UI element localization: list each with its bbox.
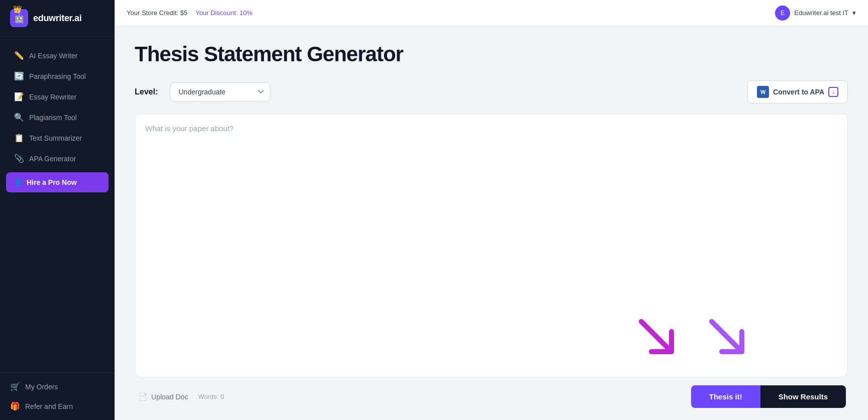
thesis-button[interactable]: Thesis it! (691, 385, 760, 408)
sidebar-item-essay-rewriter[interactable]: 📝 Essay Rewriter (4, 87, 111, 107)
apa-generator-icon: 📎 (14, 154, 23, 163)
paraphrasing-tool-icon: 🔄 (14, 71, 23, 81)
word-count-label: Words: 0 (198, 393, 224, 400)
level-label: Level: (135, 87, 158, 96)
upload-btn-label: Upload Doc (151, 393, 188, 401)
sidebar-item-ai-essay-writer[interactable]: ✏️ AI Essay Writer (4, 46, 111, 65)
topbar-credits: Your Store Credit: $5 Your Discount: 10% (127, 9, 253, 17)
user-menu[interactable]: E Eduwriter.ai test IT ▾ (775, 6, 856, 21)
sidebar-logo[interactable]: 🤖 eduwriter.ai (0, 0, 115, 37)
sidebar-item-label: My Orders (25, 383, 58, 391)
user-chevron-icon: ▾ (852, 9, 856, 17)
convert-to-apa-button[interactable]: W Convert to APA ↓ (747, 80, 848, 103)
bottom-bar: 📄 Upload Doc Words: 0 Thesis it! Show Re… (135, 385, 848, 408)
hire-pro-button[interactable]: 👤 Hire a Pro Now (6, 172, 109, 192)
logo-text: eduwriter.ai (33, 13, 81, 24)
store-credit-label: Your Store Credit: $5 (127, 9, 187, 17)
sidebar-item-label: Essay Rewriter (29, 93, 76, 101)
show-results-button[interactable]: Show Results (760, 385, 846, 408)
bottom-right-buttons: Thesis it! Show Results (691, 385, 846, 408)
upload-icon: 📄 (139, 393, 147, 401)
main-content: Your Store Credit: $5 Your Discount: 10%… (115, 0, 868, 420)
hire-pro-icon: 👤 (14, 178, 23, 186)
page-title: Thesis Statement Generator (135, 42, 848, 66)
user-avatar: E (775, 6, 790, 21)
essay-rewriter-icon: 📝 (14, 92, 23, 101)
logo-icon: 🤖 (10, 9, 28, 27)
sidebar: 🤖 eduwriter.ai ✏️ AI Essay Writer 🔄 Para… (0, 0, 115, 420)
level-select[interactable]: High School Undergraduate Masters PhD (170, 82, 270, 101)
textarea-container (135, 114, 848, 377)
level-row: Level: High School Undergraduate Masters… (135, 80, 848, 103)
sidebar-item-label: AI Essay Writer (29, 52, 77, 60)
text-summarizer-icon: 📋 (14, 133, 23, 143)
sidebar-item-plagiarism-tool[interactable]: 🔍 Plagiarism Tool (4, 108, 111, 127)
sidebar-item-label: Plagiarism Tool (29, 114, 77, 122)
content-area: Thesis Statement Generator Level: High S… (115, 26, 868, 420)
main-textarea[interactable] (145, 124, 837, 367)
sidebar-item-my-orders[interactable]: 🛒 My Orders (0, 377, 115, 396)
username-label: Eduwriter.ai test IT (794, 9, 848, 17)
sidebar-item-text-summarizer[interactable]: 📋 Text Summarizer (4, 128, 111, 148)
sidebar-item-label: APA Generator (29, 155, 76, 163)
download-icon: ↓ (828, 87, 838, 97)
bottom-left: 📄 Upload Doc Words: 0 (137, 389, 224, 405)
ai-essay-writer-icon: ✏️ (14, 51, 23, 60)
sidebar-item-paraphrasing-tool[interactable]: 🔄 Paraphrasing Tool (4, 66, 111, 86)
sidebar-bottom: 🛒 My Orders 🎁 Refer and Earn (0, 372, 115, 420)
level-select-wrapper: Level: High School Undergraduate Masters… (135, 82, 270, 101)
sidebar-item-label: Text Summarizer (29, 134, 82, 142)
sidebar-nav: ✏️ AI Essay Writer 🔄 Paraphrasing Tool 📝… (0, 37, 115, 372)
upload-doc-button[interactable]: 📄 Upload Doc (137, 389, 190, 405)
discount-label[interactable]: Your Discount: 10% (196, 9, 253, 17)
my-orders-icon: 🛒 (10, 382, 19, 391)
sidebar-item-refer-earn[interactable]: 🎁 Refer and Earn (0, 396, 115, 416)
convert-btn-label: Convert to APA (773, 88, 824, 96)
sidebar-item-label: Refer and Earn (25, 402, 73, 410)
topbar: Your Store Credit: $5 Your Discount: 10%… (115, 0, 868, 26)
plagiarism-tool-icon: 🔍 (14, 113, 23, 122)
sidebar-item-label: Paraphrasing Tool (29, 72, 86, 80)
refer-earn-icon: 🎁 (10, 401, 19, 411)
sidebar-item-apa-generator[interactable]: 📎 APA Generator (4, 149, 111, 168)
word-icon: W (757, 86, 769, 98)
